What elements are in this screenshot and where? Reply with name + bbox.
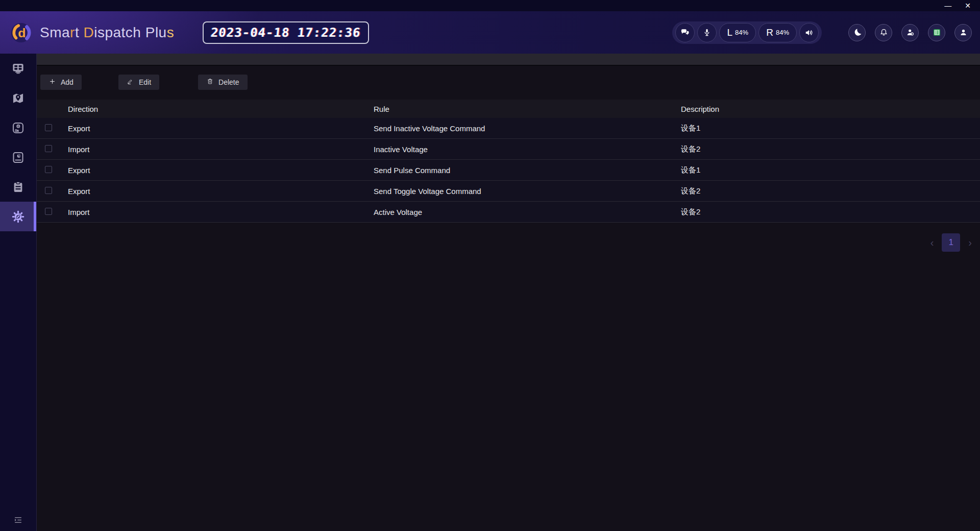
cell-direction: Export: [68, 124, 374, 133]
row-checkbox[interactable]: [45, 208, 52, 215]
table-row: ImportActive Voltage设备2: [37, 202, 980, 223]
cell-rule: Send Inactive Voltage Command: [374, 124, 681, 133]
table-row: ExportSend Inactive Voltage Command设备1: [37, 118, 980, 139]
cell-rule: Inactive Voltage: [374, 145, 681, 154]
monitor-icon: [11, 62, 25, 76]
svg-text:d: d: [18, 26, 26, 39]
page-1-button[interactable]: 1: [942, 233, 960, 252]
close-button[interactable]: ✕: [965, 2, 971, 9]
datetime-text: 2023-04-18 17:22:36: [210, 26, 361, 40]
app-header: d Smart Dispatch Plus 2023-04-18 17:22:3…: [0, 11, 980, 54]
records-icon: [932, 28, 942, 37]
table-row: ImportInactive Voltage设备2: [37, 139, 980, 160]
app-title-segment: s: [167, 25, 175, 40]
sidebar-item-clipboard[interactable]: [0, 172, 36, 202]
sidebar-item-monitor[interactable]: [0, 54, 36, 83]
row-checkbox[interactable]: [45, 145, 52, 152]
edit-button-label: Edit: [139, 78, 151, 86]
sidebar-item-route-pin[interactable]: [0, 113, 36, 142]
speaker-button[interactable]: [799, 23, 819, 42]
sidebar-item-settings[interactable]: [0, 202, 36, 231]
map-icon: [11, 91, 25, 105]
checkbox-cell: [37, 208, 68, 216]
trash-icon: [206, 78, 214, 87]
prev-page-button[interactable]: ‹: [930, 237, 934, 248]
row-checkbox[interactable]: [45, 166, 52, 173]
cell-direction: Export: [68, 187, 374, 196]
content-area: Add Edit Delete Direction Rule Descripti…: [37, 54, 980, 531]
speaker-icon: [804, 28, 814, 38]
app-logo: d: [10, 22, 32, 43]
column-header-description: Description: [681, 105, 980, 113]
sidebar-item-contact[interactable]: [0, 142, 36, 172]
right-channel-volume-value: 84%: [776, 29, 789, 36]
checkbox-cell: [37, 145, 68, 154]
route-icon: [11, 121, 25, 135]
chat-button[interactable]: [675, 23, 695, 42]
mic-icon: [702, 28, 712, 38]
account-button[interactable]: [954, 24, 972, 41]
theme-toggle-button[interactable]: [848, 24, 866, 41]
minimize-button[interactable]: —: [944, 2, 951, 9]
checkbox-cell: [37, 187, 68, 196]
edit-button[interactable]: Edit: [118, 75, 159, 90]
rules-table: Direction Rule Description ExportSend In…: [37, 100, 980, 223]
microphone-button[interactable]: [697, 23, 717, 42]
cell-rule: Send Pulse Command: [374, 166, 681, 175]
media-controls-group: L84%R84%: [672, 21, 822, 44]
support-icon: [905, 28, 915, 37]
toolbar: Add Edit Delete: [37, 66, 980, 90]
sidebar-item-map[interactable]: [0, 83, 36, 113]
app-title: Smart Dispatch Plus: [40, 25, 174, 41]
column-header-direction: Direction: [68, 105, 374, 113]
cell-rule: Send Toggle Voltage Command: [374, 187, 681, 196]
collapse-sidebar-button[interactable]: [13, 515, 23, 525]
cell-description: 设备2: [681, 186, 980, 196]
bell-icon: [879, 28, 889, 37]
cell-direction: Import: [68, 145, 374, 154]
content-header-strip: [37, 54, 980, 66]
chat-icon: [680, 28, 690, 38]
row-checkbox[interactable]: [45, 187, 52, 194]
next-page-button[interactable]: ›: [968, 237, 972, 248]
cell-rule: Active Voltage: [374, 208, 681, 216]
left-channel-volume-button[interactable]: L84%: [719, 23, 756, 42]
cell-direction: Import: [68, 208, 374, 216]
table-row: ExportSend Toggle Voltage Command设备2: [37, 181, 980, 202]
notifications-button[interactable]: [875, 24, 892, 41]
cell-description: 设备1: [681, 165, 980, 175]
records-button[interactable]: [928, 24, 945, 41]
delete-button-label: Delete: [218, 78, 239, 86]
quick-actions-group: [848, 24, 972, 41]
checkbox-cell: [37, 124, 68, 133]
gear-icon: [11, 210, 25, 224]
collapse-icon: [13, 515, 23, 525]
datetime-display: 2023-04-18 17:22:36: [203, 21, 369, 44]
pagination: ‹ 1 ›: [37, 233, 980, 252]
app-title-segment: D: [83, 25, 94, 40]
table-body: ExportSend Inactive Voltage Command设备1Im…: [37, 118, 980, 223]
clipboard-icon: [11, 180, 25, 194]
moon-icon: [852, 28, 862, 37]
app-title-segment: r: [70, 25, 75, 40]
cell-direction: Export: [68, 166, 374, 175]
app-title-segment: Sma: [40, 25, 70, 40]
cell-description: 设备2: [681, 207, 980, 217]
app-title-segment: ispatch Plu: [94, 25, 166, 40]
pencil-icon: [127, 78, 134, 87]
right-channel-volume-button[interactable]: R84%: [758, 23, 797, 42]
checkbox-cell: [37, 166, 68, 175]
delete-button[interactable]: Delete: [198, 75, 247, 90]
app-title-segment: t: [75, 25, 84, 40]
support-button[interactable]: [901, 24, 919, 41]
cell-description: 设备1: [681, 124, 980, 133]
row-checkbox[interactable]: [45, 124, 52, 131]
left-channel-volume-label: L: [727, 27, 732, 38]
add-button-label: Add: [61, 78, 74, 86]
column-header-rule: Rule: [374, 105, 681, 113]
right-channel-volume-label: R: [766, 27, 773, 38]
left-channel-volume-value: 84%: [735, 29, 748, 36]
add-button[interactable]: Add: [40, 75, 82, 90]
table-row: ExportSend Pulse Command设备1: [37, 160, 980, 181]
cell-description: 设备2: [681, 144, 980, 154]
